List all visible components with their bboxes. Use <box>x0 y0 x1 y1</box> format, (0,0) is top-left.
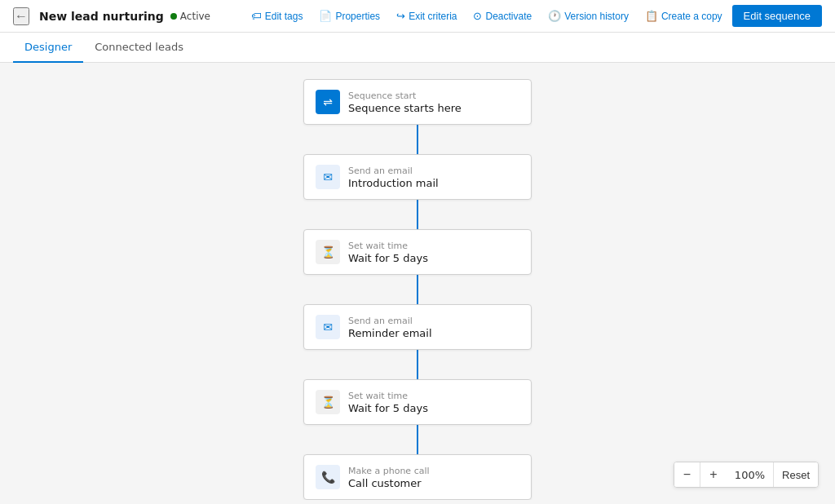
connector-line <box>417 350 418 379</box>
page-title: New lead nurturing <box>39 10 164 23</box>
sequence-node-send-email-1[interactable]: ✉ Send an email Introduction mail <box>303 154 532 200</box>
version-history-icon: 🕐 <box>548 10 561 22</box>
node-label: Send an email <box>348 316 432 326</box>
node-header: ⏳ Set wait time Wait for 5 days <box>316 240 519 264</box>
exit-criteria-icon: ↪ <box>396 10 405 22</box>
sequence-chain: ⇌ Sequence start Sequence starts here ✉ … <box>0 79 835 500</box>
connector-line <box>417 425 418 454</box>
node-title: Wait for 5 days <box>348 402 428 414</box>
exit-criteria-button[interactable]: ↪ Exit criteria <box>390 7 463 25</box>
properties-icon: 📄 <box>319 10 332 22</box>
sequence-node-sequence-start[interactable]: ⇌ Sequence start Sequence starts here <box>303 79 532 125</box>
node-icon: ⏳ <box>316 240 340 264</box>
node-label: Send an email <box>348 166 439 176</box>
node-label: Sequence start <box>348 91 462 101</box>
status-label: Active <box>180 11 210 22</box>
status-badge: Active <box>170 11 210 22</box>
node-label: Make a phone call <box>348 466 430 476</box>
zoom-reset-button[interactable]: Reset <box>774 462 818 487</box>
deactivate-icon: ⊙ <box>473 10 482 22</box>
connector-line <box>417 200 418 229</box>
node-icon: 📞 <box>316 465 340 489</box>
node-title: Call customer <box>348 477 430 489</box>
node-icon: ⇌ <box>316 90 340 114</box>
tab-designer[interactable]: Designer <box>13 33 83 63</box>
back-button[interactable]: ← <box>13 7 29 25</box>
tags-icon: 🏷 <box>251 10 262 22</box>
node-title: Wait for 5 days <box>348 252 428 264</box>
copy-icon: 📋 <box>645 10 658 22</box>
properties-button[interactable]: 📄 Properties <box>312 7 387 25</box>
status-dot-icon <box>170 13 177 20</box>
node-title: Sequence starts here <box>348 102 462 114</box>
sequence-node-wait-2[interactable]: ⏳ Set wait time Wait for 5 days <box>303 379 532 425</box>
node-icon: ✉ <box>316 165 340 189</box>
node-title: Introduction mail <box>348 177 439 189</box>
node-label: Set wait time <box>348 391 428 401</box>
node-header: 📞 Make a phone call Call customer <box>316 465 519 489</box>
edit-tags-button[interactable]: 🏷 Edit tags <box>245 7 310 25</box>
header: ← New lead nurturing Active 🏷 Edit tags … <box>0 0 835 33</box>
node-header: ✉ Send an email Reminder email <box>316 315 519 339</box>
version-history-button[interactable]: 🕐 Version history <box>541 7 635 25</box>
node-label: Set wait time <box>348 241 428 251</box>
tabs-bar: Designer Connected leads <box>0 33 835 63</box>
node-icon: ⏳ <box>316 390 340 414</box>
header-actions: 🏷 Edit tags 📄 Properties ↪ Exit criteria… <box>245 5 822 27</box>
node-header: ⇌ Sequence start Sequence starts here <box>316 90 519 114</box>
sequence-node-wait-1[interactable]: ⏳ Set wait time Wait for 5 days <box>303 229 532 275</box>
sequence-node-send-email-2[interactable]: ✉ Send an email Reminder email <box>303 304 532 350</box>
node-header: ⏳ Set wait time Wait for 5 days <box>316 390 519 414</box>
node-header: ✉ Send an email Introduction mail <box>316 165 519 189</box>
tab-connected-leads[interactable]: Connected leads <box>83 33 195 63</box>
deactivate-button[interactable]: ⊙ Deactivate <box>466 7 538 25</box>
node-title: Reminder email <box>348 327 432 339</box>
create-copy-button[interactable]: 📋 Create a copy <box>638 7 729 25</box>
sequence-node-phone-call[interactable]: 📞 Make a phone call Call customer <box>303 454 532 500</box>
sequence-canvas: ⇌ Sequence start Sequence starts here ✉ … <box>0 63 835 500</box>
zoom-value: 100% <box>727 462 774 487</box>
edit-sequence-button[interactable]: Edit sequence <box>732 5 822 27</box>
back-icon: ← <box>15 9 28 23</box>
zoom-in-button[interactable]: + <box>700 462 727 487</box>
connector-line <box>417 125 418 154</box>
node-icon: ✉ <box>316 315 340 339</box>
zoom-controls: − + 100% Reset <box>674 462 819 488</box>
zoom-out-button[interactable]: − <box>674 462 700 487</box>
connector-line <box>417 275 418 304</box>
